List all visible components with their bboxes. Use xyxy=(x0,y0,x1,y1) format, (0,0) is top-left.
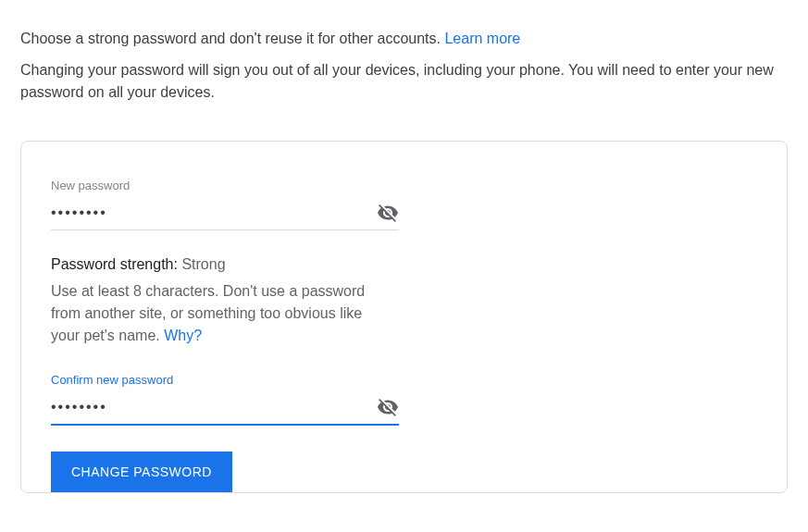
confirm-password-input[interactable] xyxy=(51,399,377,415)
change-password-button[interactable]: CHANGE PASSWORD xyxy=(51,452,232,492)
learn-more-link[interactable]: Learn more xyxy=(444,31,520,46)
strength-label: Password strength: xyxy=(51,256,181,272)
confirm-password-label: Confirm new password xyxy=(51,373,399,387)
new-password-input[interactable] xyxy=(51,204,377,221)
intro-line-2: Changing your password will sign you out… xyxy=(20,59,788,104)
confirm-password-field: Confirm new password xyxy=(51,373,399,426)
why-link[interactable]: Why? xyxy=(164,328,202,343)
intro-text-1: Choose a strong password and don't reuse… xyxy=(20,31,444,46)
password-card: New password Password strength: Strong U… xyxy=(20,141,788,493)
new-password-label: New password xyxy=(51,179,399,192)
hint-text: Use at least 8 characters. Don't use a p… xyxy=(51,283,365,343)
visibility-off-icon[interactable] xyxy=(377,202,399,224)
visibility-off-icon[interactable] xyxy=(377,396,399,418)
intro-line-1: Choose a strong password and don't reuse… xyxy=(20,28,788,50)
strength-value: Strong xyxy=(181,256,225,272)
new-password-input-row xyxy=(51,202,399,230)
new-password-field: New password xyxy=(51,179,399,230)
password-hint: Use at least 8 characters. Don't use a p… xyxy=(51,280,393,347)
password-strength-row: Password strength: Strong xyxy=(51,256,757,273)
confirm-password-input-row xyxy=(51,396,399,426)
